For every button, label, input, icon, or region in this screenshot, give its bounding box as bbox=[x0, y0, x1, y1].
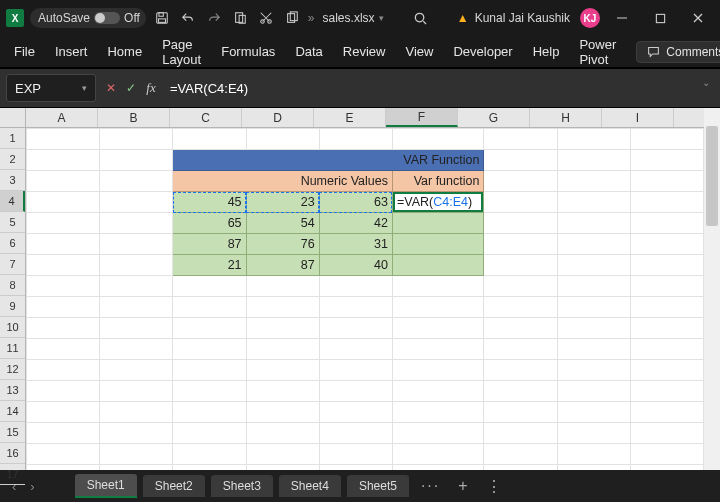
undo-icon[interactable] bbox=[178, 8, 198, 28]
row-header[interactable]: 14 bbox=[0, 401, 25, 422]
redo-icon[interactable] bbox=[204, 8, 224, 28]
row-header[interactable]: 13 bbox=[0, 380, 25, 401]
sheet-tab[interactable]: Sheet4 bbox=[279, 475, 341, 497]
tab-page-layout[interactable]: Page Layout bbox=[162, 33, 201, 71]
enter-formula-button[interactable]: ✓ bbox=[122, 79, 140, 97]
tab-view[interactable]: View bbox=[405, 40, 433, 63]
col-header[interactable]: F bbox=[386, 108, 458, 127]
column-headers: A B C D E F G H I bbox=[26, 108, 704, 128]
save-icon[interactable] bbox=[152, 8, 172, 28]
row-header[interactable]: 16 bbox=[0, 443, 25, 464]
cell[interactable]: 76 bbox=[246, 234, 319, 255]
cell[interactable]: 65 bbox=[173, 213, 246, 234]
tab-file[interactable]: File bbox=[14, 40, 35, 63]
cell[interactable]: 87 bbox=[246, 255, 319, 276]
tab-data[interactable]: Data bbox=[295, 40, 322, 63]
name-box[interactable]: EXP ▾ bbox=[6, 74, 96, 102]
comments-button[interactable]: Comments bbox=[636, 41, 720, 63]
cell[interactable]: 40 bbox=[319, 255, 392, 276]
formula-input[interactable]: =VAR(C4:E4) ⌄ bbox=[162, 74, 712, 102]
row-header[interactable]: 2 bbox=[0, 149, 25, 170]
row-header[interactable]: 11 bbox=[0, 338, 25, 359]
col-header[interactable]: D bbox=[242, 108, 314, 127]
row bbox=[27, 129, 704, 150]
row-header[interactable]: 4 bbox=[0, 191, 25, 212]
tab-home[interactable]: Home bbox=[107, 40, 142, 63]
insert-function-button[interactable]: fx bbox=[142, 79, 160, 97]
row-header[interactable]: 3 bbox=[0, 170, 25, 191]
tab-review[interactable]: Review bbox=[343, 40, 386, 63]
row: VAR Function bbox=[27, 150, 704, 171]
search-icon[interactable] bbox=[410, 8, 430, 28]
sheet-tab[interactable]: Sheet2 bbox=[143, 475, 205, 497]
tab-power-pivot[interactable]: Power Pivot bbox=[579, 33, 616, 71]
cell[interactable]: 31 bbox=[319, 234, 392, 255]
sheet-overflow[interactable]: ··· bbox=[415, 477, 446, 495]
row-header[interactable]: 10 bbox=[0, 317, 25, 338]
col-header[interactable]: C bbox=[170, 108, 242, 127]
minimize-button[interactable] bbox=[606, 4, 638, 32]
col-header[interactable]: A bbox=[26, 108, 98, 127]
row-header[interactable]: 17 bbox=[0, 464, 25, 485]
row-header[interactable]: 1 bbox=[0, 128, 25, 149]
col-header[interactable]: G bbox=[458, 108, 530, 127]
expand-formula-bar[interactable]: ⌄ bbox=[702, 77, 710, 88]
autosave-toggle[interactable]: AutoSave Off bbox=[30, 8, 146, 28]
cell-var-header[interactable]: Var function bbox=[392, 171, 483, 192]
worksheet-grid[interactable]: A B C D E F G H I 1 2 3 4 5 6 7 8 9 10 1… bbox=[0, 108, 720, 470]
row-header[interactable]: 15 bbox=[0, 422, 25, 443]
row-header[interactable]: 7 bbox=[0, 254, 25, 275]
cell-title[interactable]: VAR Function bbox=[173, 150, 484, 171]
tab-help[interactable]: Help bbox=[533, 40, 560, 63]
col-header[interactable]: H bbox=[530, 108, 602, 127]
user-avatar[interactable]: KJ bbox=[580, 8, 600, 28]
sheet-tab[interactable]: Sheet3 bbox=[211, 475, 273, 497]
cell[interactable] bbox=[392, 255, 483, 276]
sheet-tab[interactable]: Sheet1 bbox=[75, 474, 137, 498]
sheet-tab[interactable]: Sheet5 bbox=[347, 475, 409, 497]
sheet-nav-next[interactable]: › bbox=[26, 479, 38, 494]
cell[interactable]: 45 bbox=[173, 192, 246, 213]
qat-overflow[interactable]: » bbox=[308, 11, 315, 25]
title-bar: X AutoSave Off » sales.xlsx ▾ ▲ Kunal Ja… bbox=[0, 0, 720, 36]
row-headers: 1 2 3 4 5 6 7 8 9 10 11 12 13 14 15 16 1… bbox=[0, 128, 26, 470]
chevron-down-icon: ▾ bbox=[82, 83, 87, 93]
cut-icon[interactable] bbox=[256, 8, 276, 28]
tab-developer[interactable]: Developer bbox=[453, 40, 512, 63]
row-header[interactable]: 8 bbox=[0, 275, 25, 296]
tab-formulas[interactable]: Formulas bbox=[221, 40, 275, 63]
cell[interactable] bbox=[392, 234, 483, 255]
warning-icon[interactable]: ▲ bbox=[457, 11, 469, 25]
cell[interactable]: 21 bbox=[173, 255, 246, 276]
cell[interactable]: 23 bbox=[246, 192, 319, 213]
add-sheet-button[interactable]: + bbox=[452, 477, 473, 495]
cell[interactable]: 54 bbox=[246, 213, 319, 234]
paste-icon[interactable] bbox=[230, 8, 250, 28]
row-header[interactable]: 9 bbox=[0, 296, 25, 317]
cell-numeric-header[interactable]: Numeric Values bbox=[173, 171, 393, 192]
select-all-corner[interactable] bbox=[0, 108, 26, 128]
user-name[interactable]: Kunal Jai Kaushik bbox=[475, 11, 570, 25]
cell-editing[interactable]: =VAR(C4:E4) bbox=[392, 192, 483, 213]
cells-viewport[interactable]: VAR Function Numeric Values Var function… bbox=[26, 128, 704, 470]
row: Numeric Values Var function bbox=[27, 171, 704, 192]
workbook-filename[interactable]: sales.xlsx ▾ bbox=[323, 11, 384, 25]
col-header[interactable]: E bbox=[314, 108, 386, 127]
col-header[interactable]: B bbox=[98, 108, 170, 127]
row-header[interactable]: 5 bbox=[0, 212, 25, 233]
copy-icon[interactable] bbox=[282, 8, 302, 28]
row: 45 23 63 =VAR(C4:E4) bbox=[27, 192, 704, 213]
row-header[interactable]: 12 bbox=[0, 359, 25, 380]
cell[interactable]: 87 bbox=[173, 234, 246, 255]
close-button[interactable] bbox=[682, 4, 714, 32]
cell[interactable] bbox=[392, 213, 483, 234]
cancel-formula-button[interactable]: ✕ bbox=[102, 79, 120, 97]
tab-insert[interactable]: Insert bbox=[55, 40, 88, 63]
maximize-button[interactable] bbox=[644, 4, 676, 32]
cell[interactable]: 63 bbox=[319, 192, 392, 213]
vertical-scrollbar[interactable] bbox=[704, 108, 720, 470]
sheet-menu[interactable]: ⋮ bbox=[480, 477, 510, 496]
cell[interactable]: 42 bbox=[319, 213, 392, 234]
row-header[interactable]: 6 bbox=[0, 233, 25, 254]
col-header[interactable]: I bbox=[602, 108, 674, 127]
